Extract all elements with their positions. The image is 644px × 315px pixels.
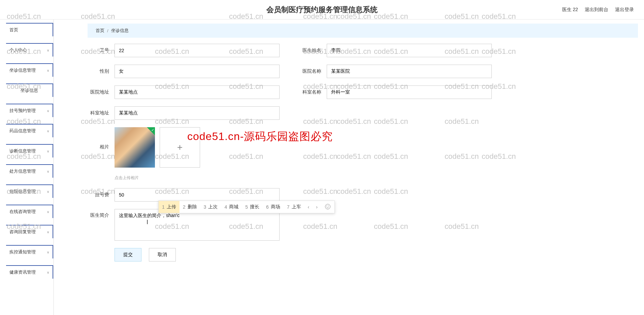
sidebar-item-label: 坐诊信息 [21, 88, 38, 94]
label-dept-addr: 科室地址 [88, 110, 115, 116]
smile-icon [325, 204, 330, 209]
chevron-down-icon: ∨ [47, 69, 49, 72]
ime-emoji-button[interactable] [321, 204, 334, 210]
sidebar-item-label: 咨询回复管理 [9, 229, 36, 235]
label-gender: 性别 [88, 68, 115, 74]
input-hospital-addr[interactable] [115, 85, 280, 99]
sidebar-item-8[interactable]: 住院信息管理∨ [6, 184, 53, 198]
sidebar-item-7[interactable]: 处方信息管理∨ [6, 164, 53, 178]
sidebar-item-12[interactable]: 健康资讯管理∨ [6, 265, 53, 279]
ime-num: 4 [224, 204, 227, 210]
current-user[interactable]: 医生 22 [562, 7, 578, 13]
back-to-front-link[interactable]: 退出到前台 [585, 7, 608, 13]
chevron-down-icon: ∨ [47, 149, 49, 153]
breadcrumb-sep: / [107, 28, 108, 33]
label-dept-name: 科室名称 [300, 89, 327, 95]
sidebar-item-label: 坐诊信息管理 [9, 67, 36, 73]
label-hospital-name: 医院名称 [300, 68, 327, 74]
input-dept-name[interactable] [327, 85, 492, 99]
ime-num: 2 [183, 204, 186, 210]
sidebar-item-11[interactable]: 疾控通知管理∨ [6, 245, 53, 258]
label-hospital-addr: 医院地址 [88, 89, 115, 95]
breadcrumb-home[interactable]: 首页 [96, 28, 104, 34]
chevron-down-icon: ∨ [47, 129, 49, 133]
ime-prev-button[interactable]: ‹ [304, 204, 313, 210]
sidebar-item-1[interactable]: 个人中心∨ [6, 43, 53, 57]
ime-next-button[interactable]: › [313, 204, 321, 210]
chevron-down-icon: ∨ [47, 230, 49, 234]
sidebar-item-label: 个人中心 [9, 47, 27, 53]
ime-text: 商场 [271, 204, 280, 210]
sidebar-item-label: 首页 [9, 27, 18, 33]
logout-link[interactable]: 退出登录 [615, 7, 634, 13]
sidebar-item-3[interactable]: 坐诊信息 [6, 83, 53, 97]
ime-candidate-bar: 1上传2删除3上次4商城5擅长6商场7上车‹› [158, 201, 335, 213]
cancel-button[interactable]: 取消 [149, 248, 176, 261]
ime-candidate-2[interactable]: 2删除 [180, 201, 200, 213]
ime-num: 3 [204, 204, 206, 210]
photo-add-button[interactable]: + [160, 127, 200, 168]
label-emp-id: 工号 [88, 47, 115, 54]
sidebar-item-label: 诊断信息管理 [9, 148, 36, 154]
main-content: 首页 / 坐诊信息 工号 医生姓名 性别 [57, 20, 644, 315]
ime-num: 1 [162, 204, 165, 210]
breadcrumb-current: 坐诊信息 [111, 28, 129, 34]
sidebar-item-0[interactable]: 首页 [6, 23, 53, 36]
breadcrumb: 首页 / 坐诊信息 [88, 24, 638, 38]
ime-text: 上车 [292, 204, 301, 210]
ime-text: 擅长 [250, 204, 259, 210]
plus-icon: + [177, 142, 183, 153]
ime-text: 上次 [208, 204, 218, 210]
photo-hint: 点击上传相片 [115, 175, 631, 181]
label-reg-fee: 挂号费 [88, 192, 115, 198]
ime-text: 上传 [167, 204, 176, 210]
chevron-down-icon: ∨ [47, 210, 49, 214]
input-reg-fee[interactable] [115, 188, 280, 202]
sidebar-item-label: 疾控通知管理 [9, 249, 36, 255]
ime-text: 商城 [229, 204, 238, 210]
input-hospital-name[interactable] [327, 65, 492, 78]
ime-candidate-5[interactable]: 5擅长 [242, 201, 263, 213]
chevron-down-icon: ∨ [47, 271, 49, 274]
ime-candidate-7[interactable]: 7上车 [284, 201, 304, 213]
sidebar-item-label: 在线咨询管理 [9, 209, 36, 215]
app-title: 会员制医疗预约服务管理信息系统 [266, 5, 378, 15]
ime-text: 删除 [188, 204, 197, 210]
label-doctor-intro: 医生简介 [88, 209, 115, 218]
submit-button[interactable]: 提交 [115, 248, 141, 261]
photo-area: + [115, 127, 200, 168]
input-gender[interactable] [115, 65, 280, 78]
ime-num: 6 [266, 204, 269, 210]
sidebar-item-6[interactable]: 诊断信息管理∨ [6, 144, 53, 158]
ime-candidate-1[interactable]: 1上传 [159, 201, 180, 213]
header: 会员制医疗预约服务管理信息系统 医生 22 退出到前台 退出登录 [0, 0, 644, 20]
check-icon [147, 127, 155, 135]
ime-num: 5 [245, 204, 248, 210]
ime-candidate-3[interactable]: 3上次 [200, 201, 221, 213]
label-photo: 相片 [88, 127, 115, 150]
ime-candidate-6[interactable]: 6商场 [263, 201, 284, 213]
photo-thumbnail[interactable] [115, 127, 155, 168]
sidebar-item-2[interactable]: 坐诊信息管理∨ [6, 63, 53, 77]
sidebar-item-label: 住院信息管理 [9, 188, 36, 195]
layout: 首页个人中心∨坐诊信息管理∨坐诊信息挂号预约管理∨药品信息管理∨诊断信息管理∨处… [0, 20, 644, 315]
input-dept-addr[interactable] [115, 106, 280, 120]
input-emp-id[interactable] [115, 44, 280, 57]
sidebar-item-10[interactable]: 咨询回复管理∨ [6, 225, 53, 238]
chevron-down-icon: ∨ [47, 190, 49, 194]
label-doctor-name: 医生姓名 [300, 47, 327, 54]
ime-candidate-4[interactable]: 4商城 [221, 201, 242, 213]
sidebar-item-9[interactable]: 在线咨询管理∨ [6, 205, 53, 218]
chevron-down-icon: ∨ [47, 109, 49, 113]
input-doctor-name[interactable] [327, 44, 492, 57]
sidebar-item-4[interactable]: 挂号预约管理∨ [6, 104, 53, 117]
sidebar-item-5[interactable]: 药品信息管理∨ [6, 124, 53, 137]
header-actions: 医生 22 退出到前台 退出登录 [562, 7, 634, 13]
sidebar: 首页个人中心∨坐诊信息管理∨坐诊信息挂号预约管理∨药品信息管理∨诊断信息管理∨处… [0, 20, 57, 315]
textarea-doctor-intro[interactable]: 这里输入医生的简介，shan'c [115, 209, 280, 241]
sidebar-item-label: 药品信息管理 [9, 128, 36, 134]
chevron-down-icon: ∨ [47, 48, 49, 52]
ime-num: 7 [287, 204, 290, 210]
button-row: 提交 取消 [115, 248, 631, 261]
form-area: 工号 医生姓名 性别 医院名称 [57, 44, 644, 268]
